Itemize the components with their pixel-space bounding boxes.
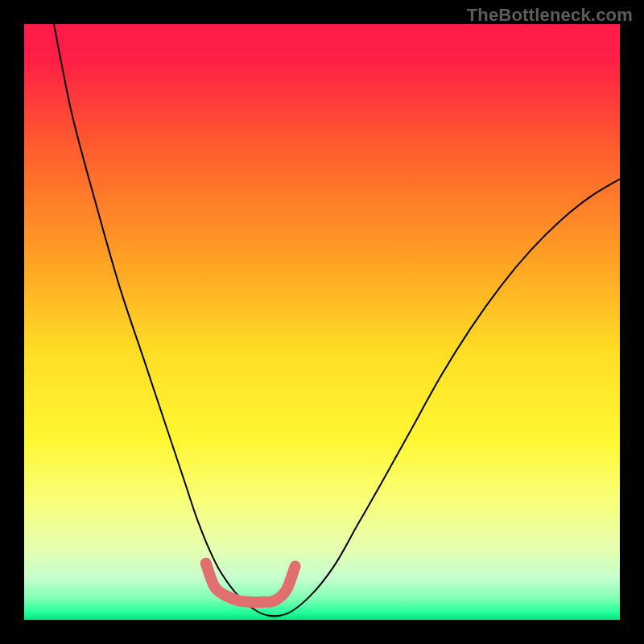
bottleneck-chart-svg — [24, 24, 620, 620]
watermark-text: TheBottleneck.com — [467, 5, 633, 26]
dot-left — [201, 559, 210, 568]
chart-frame: TheBottleneck.com — [0, 0, 644, 644]
gradient-background — [24, 24, 620, 620]
plot-area — [24, 24, 620, 620]
dot-right — [291, 562, 299, 571]
